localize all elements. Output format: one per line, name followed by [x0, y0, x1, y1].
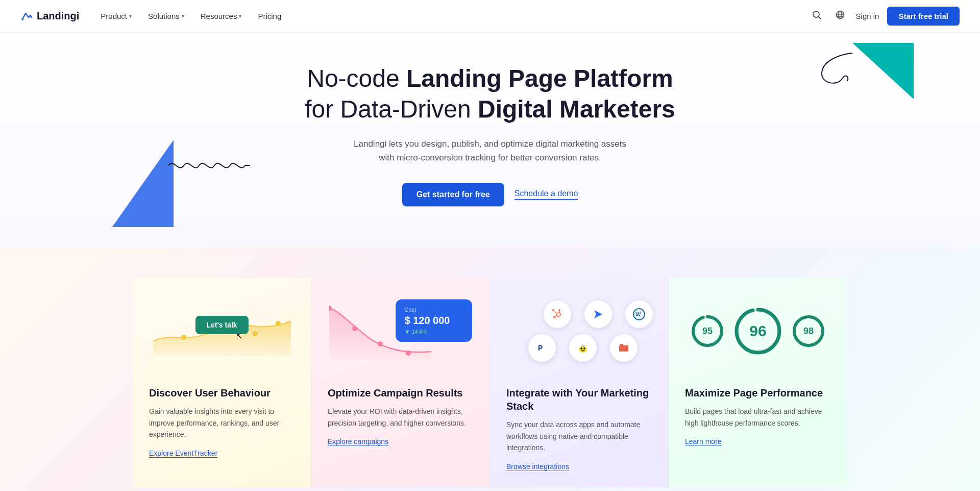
chevron-down-icon: ▾ — [129, 13, 132, 19]
hero-section: No-code Landing Page Platform for Data-D… — [0, 33, 980, 247]
feature-title-campaign: Optimize Campaign Results — [328, 386, 473, 400]
score-96: 96 — [732, 306, 783, 357]
logo-text: Landingi — [37, 10, 79, 22]
score-98: 98 — [791, 313, 826, 349]
feature-card-behaviour: Let's talk ↖ Discover User Behaviour Gai… — [133, 278, 311, 487]
activecampaign-icon — [584, 300, 612, 328]
nav-links: Product ▾ Solutions ▾ Resources ▾ Pricin… — [93, 8, 288, 25]
feature-desc-performance: Build pages that load ultra-fast and ach… — [685, 406, 831, 429]
features-grid: Let's talk ↖ Discover User Behaviour Gai… — [133, 278, 847, 487]
feature-title-integrations: Integrate with Your Marketing Stack — [506, 386, 652, 413]
nav-product[interactable]: Product ▾ — [93, 8, 139, 25]
learn-more-link[interactable]: Learn more — [685, 437, 722, 446]
feature-desc-campaign: Elevate your ROI with data-driven insigh… — [328, 406, 473, 429]
nav-left: Landingi Product ▾ Solutions ▾ Resources… — [20, 8, 288, 25]
features-section: Let's talk ↖ Discover User Behaviour Gai… — [0, 247, 980, 491]
language-button[interactable] — [832, 7, 848, 25]
hero-cta: Get started for free Schedule a demo — [10, 183, 970, 206]
nav-right: Sign in Start free trial — [809, 7, 960, 26]
nav-pricing[interactable]: Pricing — [251, 8, 288, 25]
hero-content: No-code Landing Page Platform for Data-D… — [10, 63, 970, 206]
cost-change: ▼ 14.6% — [405, 329, 463, 335]
wordpress-icon: W — [625, 300, 653, 328]
svg-point-17 — [406, 350, 411, 356]
salesforce-icon — [610, 334, 638, 362]
sign-in-button[interactable]: Sign in — [856, 12, 879, 20]
score-95-value: 95 — [702, 326, 713, 337]
hero-title: No-code Landing Page Platform for Data-D… — [10, 63, 970, 125]
svg-point-16 — [378, 341, 383, 346]
score-95: 95 — [690, 313, 725, 349]
feature-desc-behaviour: Gain valuable insights into every visit … — [149, 406, 295, 440]
hero-subtitle: Landingi lets you design, publish, and o… — [352, 137, 628, 165]
feature-visual-campaign: Cost $ 120 000 ▼ 14.6% — [328, 290, 473, 372]
cost-card: Cost $ 120 000 ▼ 14.6% — [396, 299, 472, 342]
svg-text:P: P — [538, 344, 543, 352]
feature-visual-integrations: W P — [506, 290, 652, 372]
svg-point-12 — [253, 331, 258, 336]
cursor-icon: ↖ — [236, 331, 242, 341]
globe-icon — [836, 10, 845, 19]
feature-visual-performance: 95 96 — [685, 290, 831, 372]
feature-card-performance: 95 96 — [669, 278, 847, 487]
feature-desc-integrations: Sync your data across apps and automate … — [506, 419, 652, 453]
nav-resources[interactable]: Resources ▾ — [193, 8, 249, 25]
svg-text:W: W — [635, 311, 641, 317]
svg-point-25 — [580, 348, 582, 349]
svg-point-0 — [21, 18, 23, 20]
svg-rect-28 — [620, 344, 623, 347]
hubspot-icon — [544, 300, 571, 328]
schedule-demo-button[interactable]: Schedule a demo — [514, 189, 578, 200]
svg-point-15 — [352, 326, 357, 331]
search-icon — [812, 10, 821, 19]
navbar: Landingi Product ▾ Solutions ▾ Resources… — [0, 0, 980, 33]
browse-integrations-link[interactable]: Browse integrations — [506, 462, 569, 471]
feature-card-integrations: W P Integrate with Your Market — [490, 278, 669, 487]
search-button[interactable] — [809, 7, 824, 25]
svg-point-26 — [583, 348, 585, 349]
svg-point-13 — [276, 321, 281, 326]
score-96-value: 96 — [749, 322, 766, 340]
svg-point-10 — [181, 335, 186, 340]
cost-value: $ 120 000 — [405, 315, 463, 326]
svg-line-2 — [818, 17, 821, 19]
feature-card-campaign: Cost $ 120 000 ▼ 14.6% Optimize Campaign… — [311, 278, 490, 487]
score-98-value: 98 — [803, 326, 814, 337]
logo-icon — [20, 10, 33, 22]
explore-eventtracker-link[interactable]: Explore EventTracker — [149, 449, 217, 458]
feature-visual-behaviour: Let's talk ↖ — [149, 290, 295, 372]
explore-campaigns-link[interactable]: Explore campaigns — [328, 437, 388, 446]
feature-title-performance: Maximize Page Performance — [685, 386, 831, 400]
logo[interactable]: Landingi — [20, 10, 79, 22]
paypal-icon: P — [528, 334, 556, 362]
get-started-button[interactable]: Get started for free — [402, 183, 504, 206]
feature-title-behaviour: Discover User Behaviour — [149, 386, 295, 400]
cost-label: Cost — [405, 307, 463, 313]
chevron-down-icon: ▾ — [239, 13, 241, 19]
chevron-down-icon: ▾ — [182, 13, 184, 19]
nav-solutions[interactable]: Solutions ▾ — [141, 8, 191, 25]
start-trial-button[interactable]: Start free trial — [887, 7, 960, 26]
mailchimp-icon — [569, 334, 597, 362]
svg-marker-18 — [594, 310, 602, 318]
